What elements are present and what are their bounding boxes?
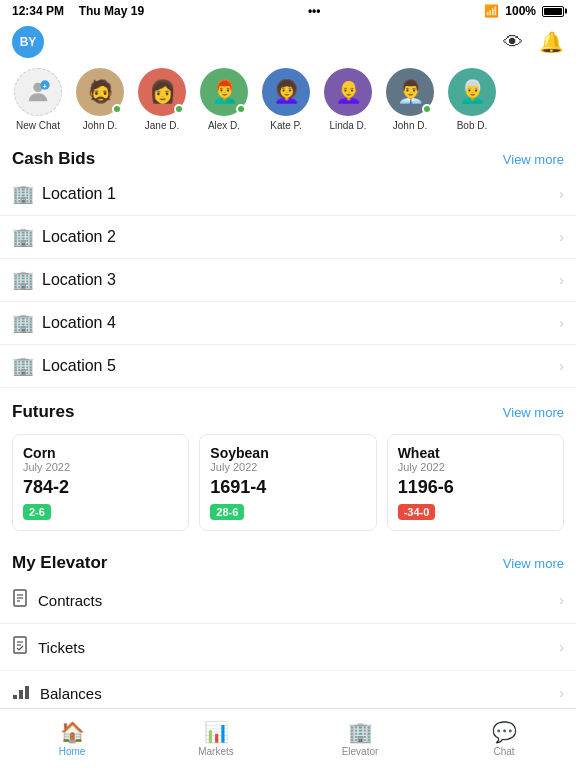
futures-price: 784-2: [23, 477, 178, 498]
svg-text:+: +: [43, 83, 47, 90]
contact-label: John D.: [393, 120, 427, 131]
tickets-label: Tickets: [38, 639, 85, 656]
battery-icon: [542, 6, 564, 17]
location-2[interactable]: 🏢 Location 2 ›: [0, 216, 576, 259]
location-label: Location 2: [42, 228, 116, 246]
futures-badge: 28-6: [210, 504, 244, 520]
status-time: 12:34 PM Thu May 19: [12, 4, 144, 18]
chat-label: Chat: [493, 746, 514, 757]
contacts-row: + New Chat 🧔 John D. 👩 Jane D. 👨‍🦰 Alex …: [0, 62, 576, 141]
chevron-icon: ›: [559, 358, 564, 374]
futures-cards: Corn July 2022 784-2 2-6 Soybean July 20…: [0, 426, 576, 539]
status-dots: •••: [308, 4, 321, 18]
contact-john-d-2[interactable]: 👨‍💼 John D.: [384, 68, 436, 131]
contact-label: Jane D.: [145, 120, 179, 131]
cash-bids-view-more[interactable]: View more: [503, 152, 564, 167]
bell-icon[interactable]: 🔔: [539, 30, 564, 54]
contact-label: Alex D.: [208, 120, 240, 131]
scroll-content: Cash Bids View more 🏢 Location 1 › 🏢 Loc…: [0, 141, 576, 713]
location-label: Location 4: [42, 314, 116, 332]
user-avatar[interactable]: BY: [12, 26, 44, 58]
building-icon: 🏢: [12, 183, 34, 205]
contact-avatar: 🧔: [76, 68, 124, 116]
nav-home[interactable]: 🏠 Home: [0, 709, 144, 768]
futures-date: July 2022: [398, 461, 553, 473]
markets-icon: 📊: [204, 720, 229, 744]
futures-card-corn[interactable]: Corn July 2022 784-2 2-6: [12, 434, 189, 531]
markets-label: Markets: [198, 746, 234, 757]
nav-markets[interactable]: 📊 Markets: [144, 709, 288, 768]
contact-label: Linda D.: [329, 120, 366, 131]
commodity-label: Wheat: [398, 445, 553, 461]
elevator-contracts[interactable]: Contracts ›: [0, 577, 576, 624]
building-icon: 🏢: [12, 355, 34, 377]
futures-card-wheat[interactable]: Wheat July 2022 1196-6 -34-0: [387, 434, 564, 531]
elevator-view-more[interactable]: View more: [503, 556, 564, 571]
contact-avatar: 👩: [138, 68, 186, 116]
contact-john-d-1[interactable]: 🧔 John D.: [74, 68, 126, 131]
elevator-header: My Elevator View more: [0, 545, 576, 577]
contracts-icon: [12, 589, 28, 611]
chevron-icon: ›: [559, 186, 564, 202]
svg-rect-12: [25, 686, 29, 699]
eye-icon[interactable]: 👁: [503, 31, 523, 54]
futures-view-more[interactable]: View more: [503, 405, 564, 420]
location-1[interactable]: 🏢 Location 1 ›: [0, 173, 576, 216]
contact-linda-d[interactable]: 👩‍🦲 Linda D.: [322, 68, 374, 131]
location-label: Location 5: [42, 357, 116, 375]
contact-avatar: 👩‍🦲: [324, 68, 372, 116]
nav-chat[interactable]: 💬 Chat: [432, 709, 576, 768]
contact-label: Bob D.: [457, 120, 488, 131]
contact-avatar: 👨‍🦳: [448, 68, 496, 116]
header: BY 👁 🔔: [0, 22, 576, 62]
new-chat-avatar: +: [14, 68, 62, 116]
contact-alex-d[interactable]: 👨‍🦰 Alex D.: [198, 68, 250, 131]
cash-bids-title: Cash Bids: [12, 149, 95, 169]
svg-rect-10: [13, 695, 17, 699]
futures-price: 1196-6: [398, 477, 553, 498]
location-label: Location 1: [42, 185, 116, 203]
futures-badge: 2-6: [23, 504, 51, 520]
header-icons: 👁 🔔: [503, 30, 564, 54]
contact-avatar: 👨‍🦰: [200, 68, 248, 116]
contact-bob-d[interactable]: 👨‍🦳 Bob D.: [446, 68, 498, 131]
location-5[interactable]: 🏢 Location 5 ›: [0, 345, 576, 388]
elevator-icon: 🏢: [348, 720, 373, 744]
elevator-title: My Elevator: [12, 553, 107, 573]
battery-text: 100%: [505, 4, 536, 18]
location-3[interactable]: 🏢 Location 3 ›: [0, 259, 576, 302]
contact-jane-d[interactable]: 👩 Jane D.: [136, 68, 188, 131]
contact-label: New Chat: [16, 120, 60, 131]
contact-avatar: 👨‍💼: [386, 68, 434, 116]
contact-kate-p[interactable]: 👩‍🦱 Kate P.: [260, 68, 312, 131]
futures-header: Futures View more: [0, 394, 576, 426]
home-label: Home: [59, 746, 86, 757]
elevator-tickets[interactable]: Tickets ›: [0, 624, 576, 671]
status-icons: 📶 100%: [484, 4, 564, 18]
svg-rect-11: [19, 690, 23, 699]
nav-elevator[interactable]: 🏢 Elevator: [288, 709, 432, 768]
tickets-icon: [12, 636, 28, 658]
balances-icon: [12, 683, 30, 703]
chevron-icon: ›: [559, 685, 564, 701]
contact-avatar: 👩‍🦱: [262, 68, 310, 116]
home-icon: 🏠: [60, 720, 85, 744]
futures-badge: -34-0: [398, 504, 436, 520]
chat-icon: 💬: [492, 720, 517, 744]
futures-card-soybean[interactable]: Soybean July 2022 1691-4 28-6: [199, 434, 376, 531]
futures-date: July 2022: [23, 461, 178, 473]
elevator-balances[interactable]: Balances ›: [0, 671, 576, 713]
futures-title: Futures: [12, 402, 74, 422]
building-icon: 🏢: [12, 312, 34, 334]
chevron-icon: ›: [559, 592, 564, 608]
bottom-nav: 🏠 Home 📊 Markets 🏢 Elevator 💬 Chat: [0, 708, 576, 768]
status-bar: 12:34 PM Thu May 19 ••• 📶 100%: [0, 0, 576, 22]
contact-new-chat[interactable]: + New Chat: [12, 68, 64, 131]
chevron-icon: ›: [559, 315, 564, 331]
location-4[interactable]: 🏢 Location 4 ›: [0, 302, 576, 345]
contact-label: John D.: [83, 120, 117, 131]
time-display: 12:34 PM: [12, 4, 64, 18]
building-icon: 🏢: [12, 226, 34, 248]
contact-label: Kate P.: [270, 120, 302, 131]
commodity-label: Corn: [23, 445, 178, 461]
